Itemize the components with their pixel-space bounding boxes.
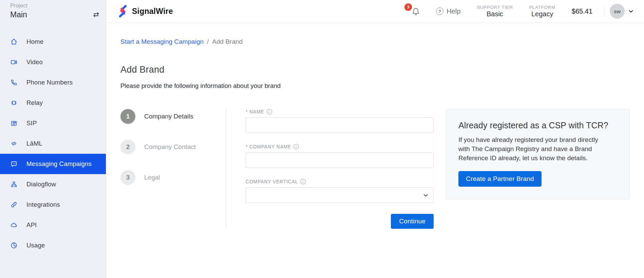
info-icon[interactable]: i — [293, 144, 299, 149]
field-label: COMPANY VERTICAL i — [246, 179, 434, 184]
sidebar-item-label: Usage — [26, 242, 45, 249]
sidebar-item-relay[interactable]: Relay — [0, 93, 106, 113]
page-title: Add Brand — [120, 64, 630, 75]
help-button[interactable]: ? Help — [436, 7, 460, 15]
continue-button[interactable]: Continue — [391, 214, 434, 229]
breadcrumb: Start a Messaging Campaign / Add Brand — [120, 38, 630, 45]
name-input[interactable] — [246, 117, 434, 133]
breadcrumb-link[interactable]: Start a Messaging Campaign — [120, 38, 204, 45]
step-label: Company Contact — [144, 143, 196, 151]
field-label-text: * COMPANY NAME — [246, 144, 291, 149]
chat-bubble-icon — [10, 160, 18, 168]
step-company-contact[interactable]: 2 Company Contact — [120, 140, 226, 154]
chevron-down-icon — [423, 192, 429, 198]
brand-name: SignalWire — [132, 7, 173, 16]
csp-card-title: Already registered as a CSP with TCR? — [458, 121, 617, 130]
csp-card-body: If you have already registered your bran… — [458, 135, 608, 163]
sidebar-item-laml[interactable]: LāML — [0, 133, 106, 154]
header-right: 3 ? Help SUPPORT TIER Basic PLATFORM Leg… — [411, 4, 634, 19]
support-tier: SUPPORT TIER Basic — [477, 5, 513, 18]
step-label: Legal — [144, 174, 160, 181]
support-tier-label: SUPPORT TIER — [477, 5, 513, 10]
breadcrumb-separator: / — [207, 38, 209, 45]
sidebar-item-label: Video — [26, 58, 43, 66]
code-icon — [10, 140, 18, 147]
project-label: Project — [10, 3, 27, 9]
sidebar-item-label: Phone Numbers — [26, 79, 73, 86]
step-legal[interactable]: 3 Legal — [120, 170, 226, 185]
sidebar-item-label: API — [26, 221, 37, 229]
video-camera-icon — [10, 58, 18, 66]
step-number: 2 — [120, 140, 135, 154]
sidebar-nav: Home Video Phone Numbers Relay — [0, 32, 106, 256]
platform: PLATFORM Legacy — [529, 5, 555, 18]
question-icon: ? — [436, 7, 443, 15]
app-window: Project Main ⇄ Home Video — [0, 0, 644, 278]
header-divider — [605, 6, 605, 16]
brand-logo[interactable]: SignalWire — [117, 4, 173, 18]
platform-label: PLATFORM — [529, 5, 555, 10]
link-icon — [10, 201, 18, 208]
field-label: * NAME i — [246, 109, 434, 114]
field-label-text: COMPANY VERTICAL — [246, 179, 298, 184]
sidebar-item-dialogflow[interactable]: Dialogflow — [0, 174, 106, 194]
page-content: Start a Messaging Campaign / Add Brand A… — [106, 23, 644, 229]
sidebar-item-label: Integrations — [26, 201, 60, 208]
info-icon[interactable]: i — [267, 109, 272, 114]
form-actions: Continue — [246, 214, 434, 229]
support-tier-value: Basic — [477, 10, 513, 18]
company-vertical-select[interactable] — [246, 187, 434, 203]
sidebar-item-video[interactable]: Video — [0, 52, 106, 72]
sidebar-item-label: LāML — [26, 140, 42, 147]
workflow-row: 1 Company Details 2 Company Contact 3 Le… — [120, 109, 630, 229]
page-subtitle: Please provide the following information… — [120, 82, 630, 90]
home-icon — [10, 38, 18, 45]
signalwire-logo-icon — [117, 4, 129, 18]
sidebar-item-api[interactable]: API — [0, 215, 106, 235]
notifications-button[interactable]: 3 — [411, 7, 420, 16]
field-name: * NAME i — [246, 109, 434, 133]
project-name[interactable]: Main — [10, 10, 27, 19]
field-company-vertical: COMPANY VERTICAL i — [246, 179, 434, 203]
step-company-details[interactable]: 1 Company Details — [120, 109, 226, 124]
sidebar-item-label: Messaging Campaigns — [26, 160, 92, 168]
sidebar-item-label: Relay — [26, 99, 43, 107]
field-label: * COMPANY NAME i — [246, 144, 434, 149]
sidebar-item-phone-numbers[interactable]: Phone Numbers — [0, 72, 106, 93]
create-partner-brand-button[interactable]: Create a Partner Brand — [458, 171, 542, 187]
sidebar-item-messaging-campaigns[interactable]: Messaging Campaigns — [0, 154, 106, 174]
avatar[interactable]: sw — [610, 4, 625, 19]
notification-badge: 3 — [404, 3, 412, 11]
sidebar-item-home[interactable]: Home — [0, 32, 106, 52]
field-company-name: * COMPANY NAME i — [246, 144, 434, 168]
platform-value: Legacy — [529, 10, 555, 18]
brand-form: * NAME i * COMPANY NAME i — [246, 109, 434, 229]
pie-chart-icon — [10, 242, 18, 249]
vertical-divider — [226, 109, 226, 229]
sidebar-collapse-icon[interactable]: ⇄ — [93, 11, 99, 18]
sidebar-item-sip[interactable]: SIP — [0, 113, 106, 133]
top-header: SignalWire 3 ? Help SUPPORT TIER Basic — [106, 0, 644, 23]
sidebar-item-label: Dialogflow — [26, 181, 56, 188]
project-switcher: Project Main ⇄ — [0, 0, 106, 19]
sitemap-icon — [10, 181, 18, 188]
desk-phone-icon — [10, 119, 18, 127]
sidebar-item-label: Home — [26, 38, 43, 45]
sidebar-item-usage[interactable]: Usage — [0, 235, 106, 256]
info-icon[interactable]: i — [300, 179, 306, 184]
bell-icon — [411, 7, 420, 16]
phone-icon — [10, 79, 18, 86]
account-balance[interactable]: $65.41 — [572, 7, 592, 15]
cloud-icon — [10, 221, 18, 229]
main-area: SignalWire 3 ? Help SUPPORT TIER Basic — [106, 0, 644, 278]
step-label: Company Details — [144, 113, 193, 120]
sidebar-item-integrations[interactable]: Integrations — [0, 194, 106, 215]
help-label: Help — [447, 7, 460, 15]
chevron-down-icon[interactable] — [628, 8, 634, 14]
company-name-input[interactable] — [246, 152, 434, 168]
field-label-text: * NAME — [246, 109, 264, 114]
breadcrumb-current: Add Brand — [212, 38, 243, 45]
sidebar: Project Main ⇄ Home Video — [0, 0, 106, 278]
csp-tcr-card: Already registered as a CSP with TCR? If… — [446, 109, 630, 199]
chip-icon — [10, 99, 18, 107]
